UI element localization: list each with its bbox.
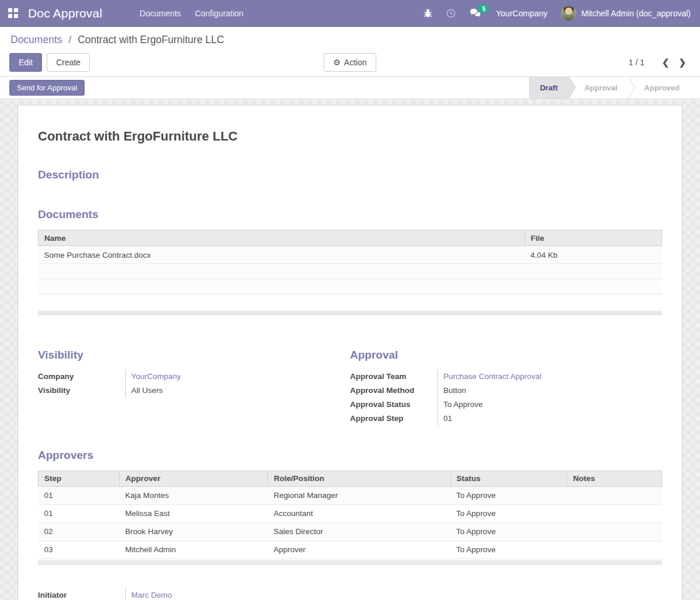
clock-icon <box>446 9 456 18</box>
top-navbar: Doc Approval Documents Configuration <box>0 0 700 27</box>
form-view-background: Contract with ErgoFurniture LLC Descript… <box>0 99 700 600</box>
documents-column-file[interactable]: File <box>524 230 662 246</box>
breadcrumb: Documents / Contract with ErgoFurniture … <box>10 34 691 46</box>
status-step-approved[interactable]: Approved <box>629 77 691 99</box>
status-step-approval[interactable]: Approval <box>569 77 629 99</box>
action-button[interactable]: ⚙ Action <box>324 53 376 72</box>
approver-step-cell: 03 <box>38 541 120 559</box>
statusbar: Send for Approval Draft Approval Approve… <box>0 77 700 99</box>
field-company-label: Company <box>38 370 125 384</box>
edit-button[interactable]: Edit <box>9 53 42 72</box>
field-visibility-value: All Users <box>125 384 350 398</box>
pager: 1 / 1 ❮ ❯ <box>376 56 691 69</box>
apps-menu-button[interactable] <box>0 0 26 26</box>
field-initiator: Initiator Marc Demo <box>38 587 350 600</box>
field-company-value: YourCompany <box>125 370 350 384</box>
document-file-cell: 4.04 Kb <box>524 246 662 264</box>
approval-team-link[interactable]: Purchase Contract Approval <box>443 372 541 381</box>
documents-empty-row <box>38 294 662 310</box>
field-approval-team-value: Purchase Contract Approval <box>438 370 662 384</box>
field-approval-status: Approval Status To Approve <box>350 398 662 412</box>
approver-step-cell: 01 <box>38 504 120 522</box>
user-avatar <box>561 6 576 21</box>
app-brand[interactable]: Doc Approval <box>28 6 102 20</box>
activities-menu-button[interactable] <box>440 0 461 26</box>
pager-next-button[interactable]: ❯ <box>674 56 691 69</box>
breadcrumb-current: Contract with ErgoFurniture LLC <box>78 34 224 45</box>
apps-grid-icon <box>8 8 18 18</box>
approvers-table-scrollbar[interactable] <box>38 560 662 565</box>
documents-table-row[interactable]: Some Purchase Contract.docx 4.04 Kb <box>38 246 662 264</box>
status-step-draft[interactable]: Draft <box>530 77 569 99</box>
field-initiator-label: Initiator <box>38 587 125 600</box>
pager-value[interactable]: 1 / 1 <box>629 58 645 67</box>
documents-column-name[interactable]: Name <box>38 230 525 246</box>
create-button[interactable]: Create <box>47 53 90 72</box>
field-approval-method-value: Button <box>438 384 662 398</box>
field-groups: Visibility Company YourCompany Visibilit… <box>38 349 662 426</box>
status-step-approval-label: Approval <box>584 83 617 92</box>
field-visibility-label: Visibility <box>38 384 125 398</box>
approvers-column-step[interactable]: Step <box>38 471 120 486</box>
company-switcher[interactable]: YourCompany <box>490 0 553 26</box>
documents-table-header-row: Name File <box>38 230 662 246</box>
field-approval-team: Approval Team Purchase Contract Approval <box>350 370 662 384</box>
visibility-group: Visibility Company YourCompany Visibilit… <box>38 349 350 426</box>
status-steps: Draft Approval Approved <box>529 77 691 99</box>
document-name-cell: Some Purchase Contract.docx <box>38 246 525 264</box>
approvers-table: Step Approver Role/Position Status Notes… <box>38 471 662 559</box>
navbar-left: Doc Approval Documents Configuration <box>0 0 250 26</box>
message-count-badge: 5 <box>478 5 489 13</box>
field-company: Company YourCompany <box>38 370 350 384</box>
visibility-section-heading: Visibility <box>38 349 350 362</box>
approver-name-cell: Brook Harvey <box>119 522 267 541</box>
approver-step-cell: 02 <box>38 522 120 541</box>
send-for-approval-button[interactable]: Send for Approval <box>9 80 85 96</box>
documents-table-scrollbar[interactable] <box>38 311 662 315</box>
approvers-column-notes[interactable]: Notes <box>567 471 662 486</box>
approver-status-cell: To Approve <box>450 522 567 541</box>
field-initiator-value: Marc Demo <box>125 587 350 600</box>
approver-notes-cell <box>567 486 662 504</box>
approver-name-cell: Mitchell Admin <box>119 541 267 559</box>
user-menu[interactable]: Mitchell Admin (doc_approval) <box>555 0 692 26</box>
cp-center-buttons: ⚙ Action <box>324 53 376 72</box>
approver-status-cell: To Approve <box>450 541 567 559</box>
documents-empty-row <box>38 279 662 294</box>
approver-notes-cell <box>567 541 662 559</box>
approval-group: Approval Approval Team Purchase Contract… <box>350 349 662 426</box>
initiator-link[interactable]: Marc Demo <box>131 591 172 599</box>
approvers-column-status[interactable]: Status <box>450 471 567 486</box>
field-approval-status-value: To Approve <box>438 398 662 412</box>
approver-row[interactable]: 02 Brook Harvey Sales Director To Approv… <box>38 522 662 541</box>
approver-notes-cell <box>567 522 662 541</box>
description-section-heading: Description <box>38 169 662 181</box>
pager-previous-button[interactable]: ❮ <box>657 56 674 69</box>
breadcrumb-separator: / <box>68 34 71 45</box>
breadcrumb-link-documents[interactable]: Documents <box>10 34 62 45</box>
messages-menu-button[interactable]: 5 <box>464 0 488 26</box>
action-button-label: Action <box>344 58 367 67</box>
approver-role-cell: Approver <box>268 541 450 559</box>
approvers-table-header-row: Step Approver Role/Position Status Notes <box>38 471 662 486</box>
debug-menu-button[interactable] <box>418 0 438 26</box>
approvers-column-approver[interactable]: Approver <box>119 471 267 486</box>
approver-notes-cell <box>567 504 662 522</box>
nav-menu-configuration[interactable]: Configuration <box>188 0 250 26</box>
nav-menu-documents[interactable]: Documents <box>132 0 188 26</box>
approver-row[interactable]: 01 Melissa East Accountant To Approve <box>38 504 662 522</box>
gear-icon: ⚙ <box>333 58 341 66</box>
documents-empty-row <box>38 264 662 279</box>
approver-row[interactable]: 01 Kaja Montes Regional Manager To Appro… <box>38 486 662 504</box>
control-panel-buttons: Edit Create ⚙ Action 1 / 1 ❮ ❯ <box>9 53 691 72</box>
record-title: Contract with ErgoFurniture LLC <box>38 129 662 144</box>
approver-role-cell: Sales Director <box>268 522 450 541</box>
approvers-section-heading: Approvers <box>38 449 662 462</box>
approvers-column-role[interactable]: Role/Position <box>268 471 450 486</box>
company-link[interactable]: YourCompany <box>131 372 181 381</box>
approver-status-cell: To Approve <box>450 486 567 504</box>
documents-section-heading: Documents <box>38 208 662 221</box>
approver-row[interactable]: 03 Mitchell Admin Approver To Approve <box>38 541 662 559</box>
field-approval-step: Approval Step 01 <box>350 412 662 426</box>
status-step-draft-label: Draft <box>540 83 558 92</box>
